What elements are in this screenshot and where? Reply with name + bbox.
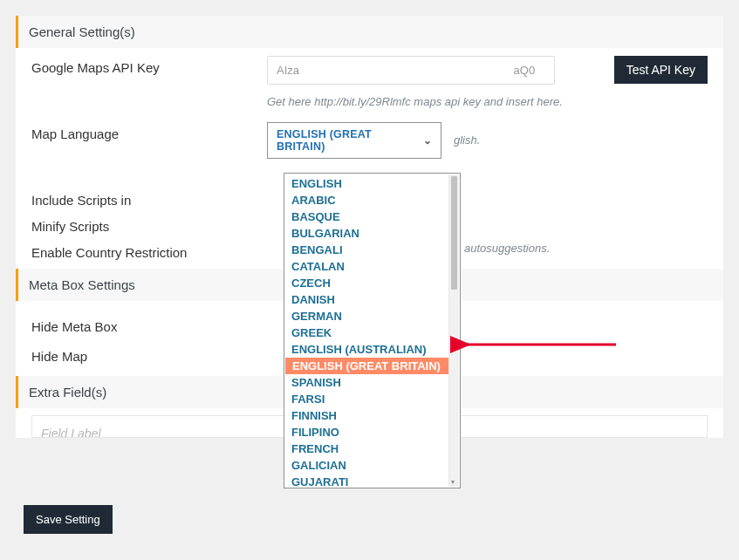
dropdown-option[interactable]: BULGARIAN: [284, 225, 460, 242]
chevron-down-icon: ⌄: [423, 134, 432, 147]
label-api-key: Google Maps API Key: [31, 56, 267, 75]
settings-panel: General Setting(s) Google Maps API Key G…: [16, 16, 723, 438]
api-key-input[interactable]: [267, 56, 555, 85]
dropdown-option[interactable]: SPANISH: [284, 374, 460, 391]
control-map-language: ENGLISH (GREAT BRITAIN) ⌄ glish.: [267, 122, 708, 159]
label-minify-scripts: Minify Scripts: [31, 215, 267, 234]
dropdown-option[interactable]: ENGLISH (AUSTRALIAN): [284, 341, 460, 358]
label-hide-map: Hide Map: [31, 345, 267, 364]
select-value: ENGLISH (GREAT BRITAIN): [277, 128, 423, 153]
label-hide-meta-box: Hide Meta Box: [31, 315, 267, 334]
dropdown-option[interactable]: ENGLISH (GREAT BRITAIN): [285, 358, 459, 374]
row-api-key: Google Maps API Key Get here http://bit.…: [16, 48, 723, 119]
map-language-helper-tail: glish.: [454, 133, 480, 147]
dropdown-option[interactable]: GREEK: [284, 324, 460, 341]
control-api-key: Get here http://bit.ly/29Rlmfc maps api …: [267, 56, 592, 111]
scrollbar-thumb[interactable]: [451, 176, 457, 290]
dropdown-option[interactable]: BENGALI: [284, 242, 460, 258]
dropdown-option[interactable]: FARSI: [284, 391, 460, 407]
dropdown-option[interactable]: ENGLISH: [284, 175, 460, 192]
dropdown-scrollbar[interactable]: ▴ ▾: [448, 174, 459, 487]
dropdown-option[interactable]: ARABIC: [284, 192, 460, 208]
dropdown-option[interactable]: GALICIAN: [284, 457, 460, 474]
map-language-select[interactable]: ENGLISH (GREAT BRITAIN) ⌄: [267, 122, 441, 159]
dropdown-option[interactable]: FINNISH: [284, 407, 460, 424]
label-map-language: Map Language: [31, 122, 267, 141]
dropdown-option[interactable]: BASQUE: [284, 208, 460, 225]
dropdown-option[interactable]: DANISH: [284, 291, 460, 308]
dropdown-option[interactable]: CATALAN: [284, 258, 460, 275]
row-map-language: Map Language ENGLISH (GREAT BRITAIN) ⌄ g…: [16, 119, 723, 162]
label-include-scripts: Include Scripts in: [31, 188, 267, 208]
scroll-down-icon[interactable]: ▾: [448, 478, 457, 487]
api-key-helper: Get here http://bit.ly/29Rlmfc maps api …: [267, 93, 564, 111]
dropdown-option[interactable]: FILIPINO: [284, 424, 460, 440]
dropdown-option[interactable]: GERMAN: [284, 308, 460, 324]
map-language-dropdown[interactable]: ENGLISHARABICBASQUEBULGARIANBENGALICATAL…: [284, 173, 461, 488]
test-api-button[interactable]: Test API Key: [614, 56, 708, 84]
dropdown-option[interactable]: GUJARATI: [284, 474, 460, 488]
label-enable-country: Enable Country Restriction: [31, 241, 267, 260]
section-general: General Setting(s): [16, 16, 723, 48]
dropdown-option[interactable]: FRENCH: [284, 440, 460, 457]
dropdown-option[interactable]: CZECH: [284, 275, 460, 291]
save-button[interactable]: Save Setting: [24, 505, 113, 534]
